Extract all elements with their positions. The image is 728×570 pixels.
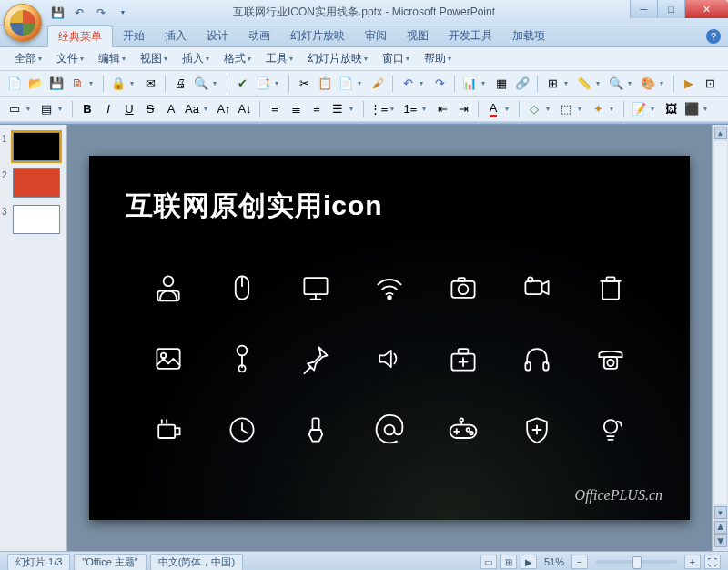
- numbering-dd-icon[interactable]: ▾: [422, 105, 430, 113]
- change-case-icon[interactable]: Aa: [183, 100, 201, 118]
- window-icon[interactable]: ⊡: [701, 75, 719, 93]
- menu-all[interactable]: 全部▾: [7, 49, 49, 68]
- tab-developer[interactable]: 开发工具: [439, 25, 502, 46]
- grow-font-icon[interactable]: A↑: [215, 100, 233, 118]
- picture-icon[interactable]: 🖼: [662, 100, 680, 118]
- save-dd-icon[interactable]: ▾: [89, 79, 97, 87]
- speaker-icon[interactable]: [373, 342, 406, 375]
- print-preview-icon[interactable]: 🔍: [192, 75, 210, 93]
- save-icon[interactable]: 💾: [50, 5, 65, 20]
- menu-window[interactable]: 窗口▾: [375, 49, 417, 68]
- fit-window-icon[interactable]: ⛶: [704, 555, 721, 569]
- at-sign-icon[interactable]: [373, 413, 406, 446]
- print-dd-icon[interactable]: ▾: [213, 79, 221, 87]
- menu-slideshow[interactable]: 幻灯片放映▾: [300, 49, 375, 68]
- tab-addins[interactable]: 加载项: [502, 25, 555, 46]
- ruler-dd-icon[interactable]: ▾: [596, 79, 604, 87]
- chart-dd-icon[interactable]: ▾: [481, 79, 490, 87]
- mouse-icon[interactable]: [226, 271, 258, 304]
- slide-title-text[interactable]: 互联网原创实用icon: [126, 188, 383, 225]
- layout-icon[interactable]: ▤: [37, 100, 56, 118]
- slide-canvas[interactable]: 互联网原创实用icon: [89, 156, 690, 520]
- slideshow-icon[interactable]: ▶: [680, 75, 698, 93]
- slide-editor[interactable]: 互联网原创实用icon: [67, 125, 712, 551]
- wifi-icon[interactable]: [373, 271, 406, 304]
- menu-file[interactable]: 文件▾: [49, 49, 91, 68]
- scroll-down-icon[interactable]: ▼: [714, 506, 727, 519]
- trash-icon[interactable]: [594, 271, 627, 304]
- maximize-button[interactable]: □: [657, 0, 684, 18]
- layout-dd-icon[interactable]: ▾: [58, 105, 66, 113]
- normal-view-icon[interactable]: ▭: [480, 555, 497, 569]
- shadow-icon[interactable]: A: [162, 100, 180, 118]
- zoom-slider[interactable]: [595, 560, 677, 564]
- redo-icon[interactable]: ↷: [430, 75, 449, 93]
- close-button[interactable]: ✕: [684, 0, 728, 18]
- redo-icon[interactable]: ↷: [94, 5, 108, 20]
- prev-slide-icon[interactable]: ⯅: [714, 521, 727, 534]
- object-icon[interactable]: ⬛: [682, 100, 701, 118]
- undo-icon[interactable]: ↶: [72, 5, 86, 20]
- cut-icon[interactable]: ✂: [295, 75, 313, 93]
- zoom-percent[interactable]: 51%: [541, 556, 568, 567]
- undo-dd-icon[interactable]: ▾: [420, 79, 428, 87]
- hyperlink-icon[interactable]: 🔗: [513, 75, 531, 93]
- zoom-in-icon[interactable]: +: [684, 555, 701, 569]
- arrange-icon[interactable]: ⬚: [557, 100, 575, 118]
- zoom-dd-icon[interactable]: ▾: [628, 79, 636, 87]
- underline-icon[interactable]: U: [120, 100, 138, 118]
- italic-icon[interactable]: I: [99, 100, 117, 118]
- lightbulb-icon[interactable]: [594, 413, 627, 446]
- vertical-scrollbar[interactable]: ▲ ▼ ⯅ ⯆: [712, 125, 728, 551]
- brush-icon[interactable]: [299, 413, 332, 446]
- align-right-icon[interactable]: ≡: [308, 100, 326, 118]
- shapes-dd-icon[interactable]: ▾: [546, 105, 554, 113]
- research-dd-icon[interactable]: ▾: [275, 79, 283, 87]
- slide-thumbnail[interactable]: 1: [13, 132, 63, 161]
- tab-design[interactable]: 设计: [197, 25, 238, 46]
- camera-icon[interactable]: [447, 271, 480, 304]
- numbering-icon[interactable]: 1≡: [401, 100, 420, 118]
- telephone-icon[interactable]: [594, 342, 627, 375]
- shield-icon[interactable]: [521, 413, 553, 446]
- next-slide-icon[interactable]: ⯆: [714, 534, 727, 547]
- tables-icon[interactable]: ⊞: [543, 75, 561, 93]
- table-icon[interactable]: ▦: [492, 75, 511, 93]
- menu-tools[interactable]: 工具▾: [258, 49, 300, 68]
- mail-icon[interactable]: ✉: [141, 75, 159, 93]
- tab-review[interactable]: 审阅: [355, 25, 397, 46]
- menu-help[interactable]: 帮助▾: [417, 49, 459, 68]
- person-icon[interactable]: [152, 271, 185, 304]
- copy-icon[interactable]: 📋: [316, 75, 334, 93]
- quick-styles-dd-icon[interactable]: ▾: [610, 105, 618, 113]
- gamepad-icon[interactable]: [447, 413, 480, 446]
- shrink-font-icon[interactable]: A↓: [236, 100, 254, 118]
- slide-indicator[interactable]: 幻灯片 1/3: [7, 554, 70, 571]
- pin-icon[interactable]: [299, 342, 332, 375]
- scroll-up-icon[interactable]: ▲: [714, 127, 727, 139]
- slide-thumbnail[interactable]: 3: [13, 205, 63, 234]
- bullets-icon[interactable]: ⋮≡: [369, 100, 388, 118]
- tables-dd-icon[interactable]: ▾: [564, 79, 572, 87]
- coffee-cup-icon[interactable]: [152, 413, 185, 446]
- arrange-dd-icon[interactable]: ▾: [578, 105, 586, 113]
- permission-dd-icon[interactable]: ▾: [130, 79, 138, 87]
- justify-icon[interactable]: ☰: [329, 100, 347, 118]
- zoom-icon[interactable]: 🔍: [607, 75, 625, 93]
- increase-indent-icon[interactable]: ⇥: [454, 100, 472, 118]
- chart-icon[interactable]: 📊: [460, 75, 479, 93]
- strikethrough-icon[interactable]: S: [141, 100, 159, 118]
- permission-icon[interactable]: 🔒: [109, 75, 127, 93]
- microphone-icon[interactable]: [226, 342, 258, 375]
- office-button[interactable]: [4, 4, 42, 42]
- object-dd-icon[interactable]: ▾: [703, 105, 712, 113]
- spelling-icon[interactable]: ✔: [233, 75, 251, 93]
- open-icon[interactable]: 📂: [26, 75, 45, 93]
- monitor-icon[interactable]: [299, 271, 332, 304]
- tab-view[interactable]: 视图: [397, 25, 439, 46]
- bold-icon[interactable]: B: [78, 100, 96, 118]
- qat-more-icon[interactable]: ▾: [116, 5, 130, 20]
- undo-icon[interactable]: ↶: [399, 75, 417, 93]
- menu-insert[interactable]: 插入▾: [175, 49, 217, 68]
- minimize-button[interactable]: ─: [630, 0, 657, 18]
